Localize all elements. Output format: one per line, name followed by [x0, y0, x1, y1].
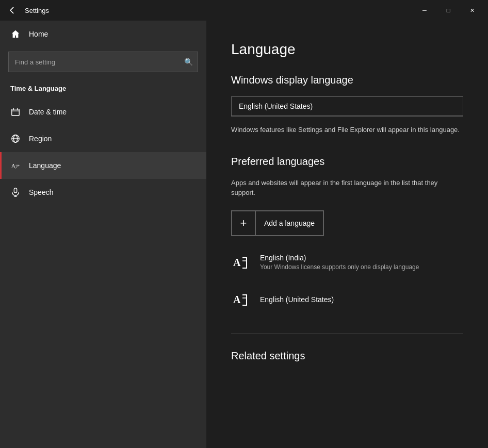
close-button[interactable]: ✕	[460, 2, 484, 19]
preferred-languages-title: Preferred languages	[231, 156, 463, 168]
microphone-icon	[10, 187, 21, 197]
svg-text:A: A	[233, 257, 241, 268]
sidebar-item-speech[interactable]: Speech	[0, 179, 206, 206]
language-item-english-india[interactable]: A English (India) Your Windows license s…	[231, 246, 463, 279]
display-language-section: Windows display language English (United…	[231, 74, 463, 135]
window-controls: ─ □ ✕	[413, 2, 484, 19]
sidebar: Home 🔍 Time & Language Date & time	[0, 21, 206, 448]
sidebar-section-title: Time & Language	[0, 80, 206, 98]
sidebar-item-region[interactable]: Region	[0, 125, 206, 152]
preferred-languages-desc: Apps and websites will appear in the fir…	[231, 178, 463, 198]
language-india-desc: Your Windows license supports only one d…	[260, 263, 419, 272]
globe-icon	[10, 134, 21, 144]
svg-rect-9	[14, 188, 17, 193]
language-icon: A ア	[10, 160, 21, 171]
display-language-select[interactable]: English (United States)	[231, 96, 463, 117]
language-us-name: English (United States)	[260, 295, 334, 304]
language-india-info: English (India) Your Windows license sup…	[260, 254, 419, 272]
sidebar-search-container: 🔍	[8, 52, 198, 72]
language-icon-us: A	[231, 290, 252, 310]
display-language-title: Windows display language	[231, 74, 463, 86]
sidebar-item-home[interactable]: Home	[0, 21, 206, 47]
plus-icon: +	[232, 211, 256, 235]
language-india-name: English (India)	[260, 254, 419, 262]
page-title: Language	[231, 41, 463, 58]
preferred-languages-section: Preferred languages Apps and websites wi…	[231, 156, 463, 317]
display-language-description: Windows features like Settings and File …	[231, 125, 463, 135]
add-language-button[interactable]: + Add a language	[231, 210, 324, 236]
add-language-label: Add a language	[256, 219, 323, 227]
sidebar-date-time-label: Date & time	[29, 108, 67, 116]
language-icon-india: A	[231, 253, 252, 273]
sidebar-language-label: Language	[29, 161, 61, 170]
content-area: Language Windows display language Englis…	[206, 21, 488, 448]
sidebar-region-label: Region	[29, 135, 52, 143]
home-icon	[10, 29, 21, 39]
back-button[interactable]	[4, 2, 21, 19]
sidebar-item-language[interactable]: A ア Language	[0, 152, 206, 179]
main-layout: Home 🔍 Time & Language Date & time	[0, 21, 488, 448]
svg-text:ア: ア	[14, 164, 20, 169]
maximize-button[interactable]: □	[436, 2, 460, 19]
sidebar-speech-label: Speech	[29, 188, 53, 196]
svg-text:A: A	[233, 294, 241, 305]
language-item-english-us[interactable]: A English (United States)	[231, 284, 463, 317]
language-us-info: English (United States)	[260, 295, 334, 305]
related-settings-title: Related settings	[231, 350, 463, 362]
search-input[interactable]	[8, 52, 198, 72]
titlebar-title: Settings	[25, 7, 413, 14]
calendar-icon	[10, 107, 21, 117]
titlebar: Settings ─ □ ✕	[0, 0, 488, 21]
minimize-button[interactable]: ─	[413, 2, 436, 19]
svg-rect-0	[12, 109, 19, 116]
section-divider	[231, 333, 463, 334]
sidebar-home-label: Home	[29, 30, 48, 38]
sidebar-item-date-time[interactable]: Date & time	[0, 98, 206, 125]
search-icon: 🔍	[184, 58, 193, 66]
